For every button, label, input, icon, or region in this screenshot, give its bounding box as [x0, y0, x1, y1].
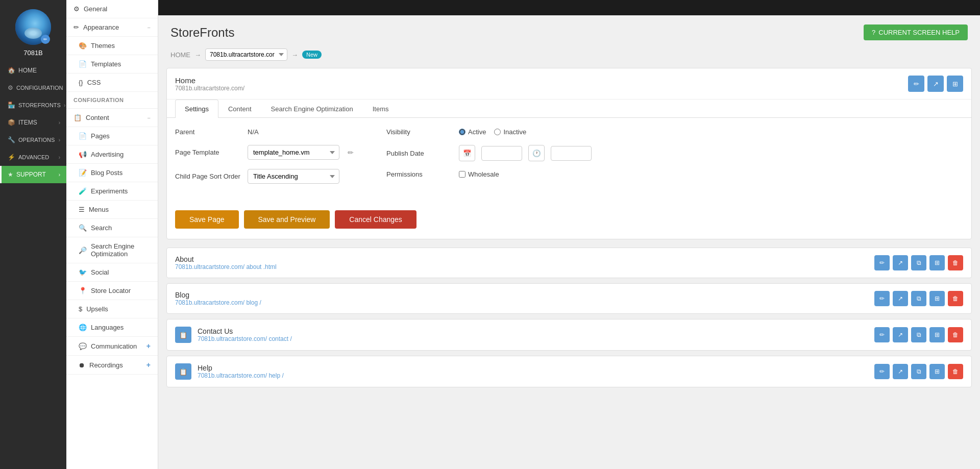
- about-edit-button[interactable]: ✏: [874, 255, 890, 270]
- help-edit-button[interactable]: ✏: [874, 364, 890, 379]
- secondary-item-social[interactable]: 🐦 Social: [66, 263, 158, 282]
- avatar-section: ✏ 7081B: [0, 0, 66, 62]
- permissions-label: Permissions: [386, 170, 453, 178]
- home-icon: 🏠: [8, 67, 15, 74]
- page-template-edit-button[interactable]: ✏: [346, 146, 356, 159]
- secondary-item-upsells[interactable]: $ Upsells: [66, 300, 158, 318]
- avatar-wrapper[interactable]: ✏: [15, 9, 51, 45]
- sidebar-item-home[interactable]: 🏠 HOME: [0, 62, 66, 79]
- secondary-item-content[interactable]: 📋 Content −: [66, 109, 158, 127]
- sidebar-item-items[interactable]: 📦 ITEMS ›: [0, 114, 66, 131]
- home-edit-button[interactable]: ✏: [908, 76, 924, 92]
- blog-external-button[interactable]: ↗: [893, 291, 908, 306]
- sidebar-item-operations[interactable]: 🔧 OPERATIONS ›: [0, 131, 66, 149]
- sidebar-item-storefronts[interactable]: 🏪 STOREFRONTS ›: [0, 96, 66, 114]
- sidebar-item-support[interactable]: ★ SUPPORT ›: [0, 166, 66, 183]
- publish-date-clock-button[interactable]: 🕐: [528, 145, 545, 161]
- about-grid-button[interactable]: ⊞: [929, 255, 945, 270]
- cancel-changes-button[interactable]: Cancel Changes: [335, 210, 416, 229]
- support-icon: ★: [8, 171, 13, 178]
- blog-delete-button[interactable]: 🗑: [948, 291, 963, 306]
- current-screen-help-button[interactable]: ? CURRENT SCREEN HELP: [864, 24, 968, 40]
- breadcrumb-arrow-2: →: [291, 51, 298, 59]
- blog-actions: ✏ ↗ ⧉ ⊞ 🗑: [874, 291, 963, 306]
- secondary-item-advertising[interactable]: 📢 Advertising: [66, 145, 158, 164]
- help-icon: 📋: [175, 363, 191, 380]
- secondary-item-languages[interactable]: 🌐 Languages: [66, 318, 158, 337]
- secondary-item-communication[interactable]: 💬 Communication +: [66, 337, 158, 356]
- save-page-button[interactable]: Save Page: [175, 210, 239, 229]
- home-card-actions: ✏ ↗ ⊞: [908, 76, 963, 92]
- breadcrumb-home[interactable]: HOME: [170, 51, 190, 59]
- secondary-item-general[interactable]: ⚙ General: [66, 0, 158, 18]
- help-delete-button[interactable]: 🗑: [948, 364, 963, 379]
- active-radio[interactable]: [459, 129, 465, 135]
- breadcrumb-store-select[interactable]: 7081b.ultracartstore.cor: [205, 48, 287, 61]
- page-template-row: Page Template template_home.vm ✏: [175, 145, 356, 160]
- publish-time-input[interactable]: [551, 146, 592, 161]
- wholesale-checkbox-label[interactable]: Wholesale: [459, 170, 499, 178]
- page-template-select[interactable]: template_home.vm: [248, 145, 339, 160]
- secondary-item-pages[interactable]: 📄 Pages: [66, 127, 158, 145]
- contact-delete-button[interactable]: 🗑: [948, 327, 963, 342]
- configuration-icon: ⚙: [8, 84, 13, 91]
- tab-seo[interactable]: Search Engine Optimization: [261, 100, 363, 118]
- avatar-edit-icon[interactable]: ✏: [41, 35, 50, 44]
- contact-icon: 📋: [175, 327, 191, 343]
- upsells-icon: $: [79, 305, 82, 313]
- inactive-radio-label[interactable]: Inactive: [494, 128, 526, 136]
- help-external-button[interactable]: ↗: [893, 364, 908, 379]
- storefronts-icon: 🏪: [8, 102, 15, 109]
- about-external-button[interactable]: ↗: [893, 255, 908, 270]
- pages-icon: 📄: [79, 132, 87, 140]
- help-grid-button[interactable]: ⊞: [929, 364, 945, 379]
- home-grid-button[interactable]: ⊞: [947, 76, 963, 92]
- wholesale-checkbox[interactable]: [459, 171, 465, 178]
- sort-order-select[interactable]: Title Ascending Title Descending Date As…: [248, 169, 339, 184]
- contact-external-button[interactable]: ↗: [893, 327, 908, 342]
- home-external-button[interactable]: ↗: [927, 76, 944, 92]
- page-item-help: 📋 Help 7081b.ultracartstore.com/ help / …: [166, 356, 972, 387]
- communication-plus-icon: +: [146, 342, 151, 350]
- contact-edit-button[interactable]: ✏: [874, 327, 890, 342]
- save-preview-button[interactable]: Save and Preview: [244, 210, 330, 229]
- secondary-item-recordings[interactable]: ⏺ Recordings +: [66, 356, 158, 375]
- contact-grid-button[interactable]: ⊞: [929, 327, 945, 342]
- home-card-title: Home: [175, 76, 244, 85]
- secondary-item-store-locator[interactable]: 📍 Store Locator: [66, 282, 158, 300]
- secondary-item-themes[interactable]: 🎨 Themes: [66, 37, 158, 55]
- page-item-blog: Blog 7081b.ultracartstore.com/ blog / ✏ …: [166, 283, 972, 314]
- items-icon: 📦: [8, 119, 15, 126]
- contact-copy-button[interactable]: ⧉: [911, 327, 926, 342]
- blog-edit-button[interactable]: ✏: [874, 291, 890, 306]
- storefronts-arrow: ›: [64, 103, 65, 108]
- secondary-item-appearance[interactable]: ✏ Appearance −: [66, 18, 158, 37]
- tab-items[interactable]: Items: [363, 100, 399, 118]
- about-delete-button[interactable]: 🗑: [948, 255, 963, 270]
- secondary-item-seo[interactable]: 🔎 Search Engine Optimization: [66, 237, 158, 263]
- tab-content[interactable]: Content: [218, 100, 261, 118]
- tab-settings[interactable]: Settings: [175, 100, 218, 118]
- breadcrumb-new-badge[interactable]: New: [302, 51, 322, 59]
- home-card-tabs: Settings Content Search Engine Optimizat…: [167, 100, 971, 118]
- active-radio-label[interactable]: Active: [459, 128, 486, 136]
- secondary-item-blog-posts[interactable]: 📝 Blog Posts: [66, 164, 158, 182]
- sidebar-item-configuration[interactable]: ⚙ CONFIGURATION: [0, 79, 66, 96]
- blog-copy-button[interactable]: ⧉: [911, 291, 926, 306]
- secondary-item-experiments[interactable]: 🧪 Experiments: [66, 182, 158, 201]
- help-copy-button[interactable]: ⧉: [911, 364, 926, 379]
- inactive-radio[interactable]: [494, 129, 501, 135]
- secondary-item-css[interactable]: {} CSS: [66, 73, 158, 92]
- publish-date-calendar-button[interactable]: 📅: [459, 145, 475, 161]
- secondary-item-templates[interactable]: 📄 Templates: [66, 55, 158, 73]
- sidebar-item-advanced[interactable]: ⚡ ADVANCED ›: [0, 149, 66, 166]
- action-buttons: Save Page Save and Preview Cancel Change…: [167, 203, 971, 239]
- blog-grid-button[interactable]: ⊞: [929, 291, 945, 306]
- secondary-item-menus[interactable]: ☰ Menus: [66, 201, 158, 219]
- secondary-item-search[interactable]: 🔍 Search: [66, 219, 158, 237]
- about-copy-button[interactable]: ⧉: [911, 255, 926, 270]
- publish-date-input[interactable]: [481, 146, 522, 161]
- home-card-subtitle: 7081b.ultracartstore.com/: [175, 85, 244, 92]
- parent-value: N/A: [248, 128, 259, 136]
- secondary-sidebar: ⚙ General ✏ Appearance − 🎨 Themes 📄 Temp…: [66, 0, 158, 469]
